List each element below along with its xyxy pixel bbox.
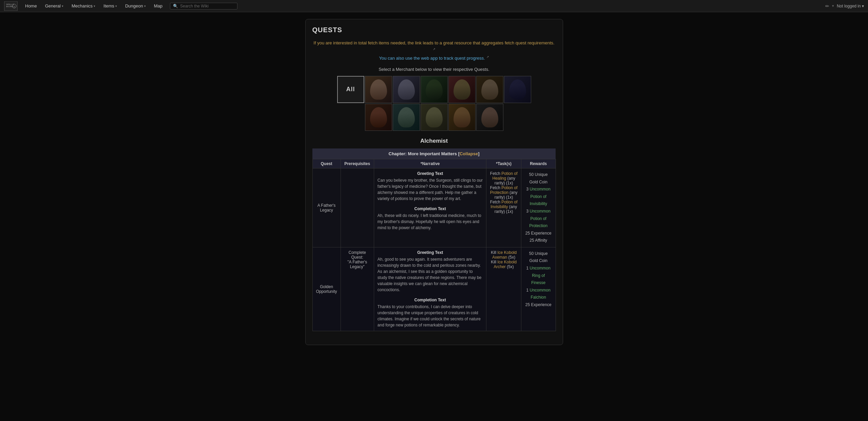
merchant-portrait-11[interactable] (476, 104, 503, 131)
merchant-row-2 (365, 104, 503, 131)
quest-name-2: GoldenOpportunity (312, 247, 341, 331)
quest-narrative-2: Greeting Text Ah, good to see you again.… (374, 247, 486, 331)
chapter-header: Chapter: More Important Matters [Collaps… (312, 148, 556, 159)
completion-body-1: Ah, these will do nicely. I left traditi… (378, 213, 481, 230)
col-prerequisites: Prerequisites (341, 159, 374, 168)
quest-tasks-1: Fetch Potion of Healing (any rarity) (1x… (486, 168, 521, 247)
search-input[interactable] (180, 4, 234, 8)
table-row: GoldenOpportunity Complete Quest:"A Fath… (312, 247, 556, 331)
nav-arrow-edit[interactable]: ▾ (832, 4, 834, 8)
ice-kobold-archer-link[interactable]: Ice Kobold Archer (494, 260, 517, 269)
completion-title-2: Completion Text (378, 298, 483, 302)
potion-protection-link[interactable]: Potion of Protection (490, 185, 518, 195)
search-box: 🔍 (170, 3, 237, 9)
reward-potion-protection[interactable]: Uncommon Potion of Protection (529, 209, 551, 228)
greeting-title-2: Greeting Text (378, 250, 483, 255)
select-merchant-label: Select a Merchant below to view their re… (312, 67, 556, 72)
edit-icon[interactable]: ✏ (825, 3, 829, 9)
nav-map[interactable]: Map (151, 2, 166, 10)
nav-items-arrow: ▾ (115, 4, 117, 8)
merchant-portrait-7[interactable] (365, 104, 392, 131)
ice-kobold-axeman-link[interactable]: Ice Kobold Axeman (492, 250, 517, 260)
merchant-portrait-1[interactable] (365, 76, 392, 103)
nav-dungeon-arrow: ▾ (144, 4, 146, 8)
nav-mechanics-arrow: ▾ (94, 4, 95, 8)
merchant-portrait-3[interactable] (421, 76, 448, 103)
quest-rewards-1: 50 Unique Gold Coin 3 Uncommon Potion of… (521, 168, 556, 247)
merchant-row-1: All (337, 76, 531, 103)
page-title: QUESTS (312, 26, 556, 34)
quest-rewards-2: 50 Unique Gold Coin 1 Uncommon Ring of F… (521, 247, 556, 331)
greeting-body-1: Can you believe my brother, the Surgeon,… (378, 178, 483, 201)
nav-items[interactable]: Items ▾ (100, 2, 120, 10)
potion-healing-link[interactable]: Potion of Healing (493, 171, 518, 181)
quest-prereq-2: Complete Quest:"A Father's Legacy" (341, 247, 374, 331)
reward-potion-invisibility[interactable]: Uncommon Potion of Invisibility (530, 187, 551, 206)
col-rewards: Rewards (521, 159, 556, 168)
greeting-title-1: Greeting Text (378, 171, 483, 176)
greeting-body-2: Ah, good to see you again. It seems adve… (378, 257, 482, 292)
svg-text:⚔: ⚔ (13, 5, 16, 8)
quest-name-1: A Father'sLegacy (312, 168, 341, 247)
potion-invisibility-link[interactable]: Potion of Invisibility (490, 200, 517, 209)
navigation: SPELLS &GUNS ⚔ Home General ▾ Mechanics … (0, 0, 868, 12)
merchant-all-button[interactable]: All (337, 76, 364, 103)
page-wrapper: QUESTS If you are interested in total fe… (0, 12, 868, 352)
reward-falchion[interactable]: Uncommon Falchion (530, 288, 551, 300)
nav-general-arrow: ▾ (62, 4, 63, 8)
col-narrative: *Narrative (374, 159, 486, 168)
ext-icon-1: ↗ (433, 47, 436, 51)
reward-ring-finesse[interactable]: Uncommon Ring of Finesse (530, 266, 551, 285)
completion-title-1: Completion Text (378, 206, 483, 211)
nav-general[interactable]: General ▾ (42, 2, 67, 10)
nav-mechanics[interactable]: Mechanics ▾ (68, 2, 99, 10)
content-box: QUESTS If you are interested in total fe… (305, 19, 563, 345)
collapse-link[interactable]: Collapse (460, 151, 478, 156)
completion-body-2: Thanks to your contributions, I can delv… (378, 304, 481, 327)
quest-narrative-1: Greeting Text Can you believe my brother… (374, 168, 486, 247)
merchant-portrait-9[interactable] (421, 104, 448, 131)
quest-tasks-2: Kill Ice Kobold Axeman (5x) Kill Ice Kob… (486, 247, 521, 331)
search-icon: 🔍 (173, 4, 178, 8)
merchant-portrait-2[interactable] (393, 76, 420, 103)
nav-dungeon[interactable]: Dungeon ▾ (122, 2, 149, 10)
merchant-portrait-6[interactable] (504, 76, 531, 103)
merchant-grid: All (312, 76, 556, 131)
col-quest: Quest (312, 159, 341, 168)
info-banner: If you are interested in total fetch ite… (312, 39, 556, 62)
login-status[interactable]: Not logged in ▾ (837, 4, 864, 8)
col-tasks: *Task(s) (486, 159, 521, 168)
site-logo[interactable]: SPELLS &GUNS ⚔ (4, 1, 18, 11)
nav-right: ✏ ▾ Not logged in ▾ (825, 3, 864, 9)
merchant-portrait-5[interactable] (476, 76, 503, 103)
merchant-portrait-10[interactable] (448, 104, 476, 131)
webapp-link[interactable]: You can also use the web app to track qu… (379, 56, 489, 61)
section-title-alchemist: Alchemist (312, 138, 556, 144)
chapter-table: Chapter: More Important Matters [Collaps… (312, 148, 556, 331)
table-row: A Father'sLegacy Greeting Text Can you b… (312, 168, 556, 247)
fetch-items-link[interactable]: If you are interested in total fetch ite… (313, 40, 554, 53)
merchant-portrait-4[interactable] (448, 76, 476, 103)
quest-prereq-1 (341, 168, 374, 247)
merchant-portrait-8[interactable] (393, 104, 420, 131)
ext-icon-2: ↗ (486, 55, 489, 59)
nav-home[interactable]: Home (22, 2, 40, 10)
